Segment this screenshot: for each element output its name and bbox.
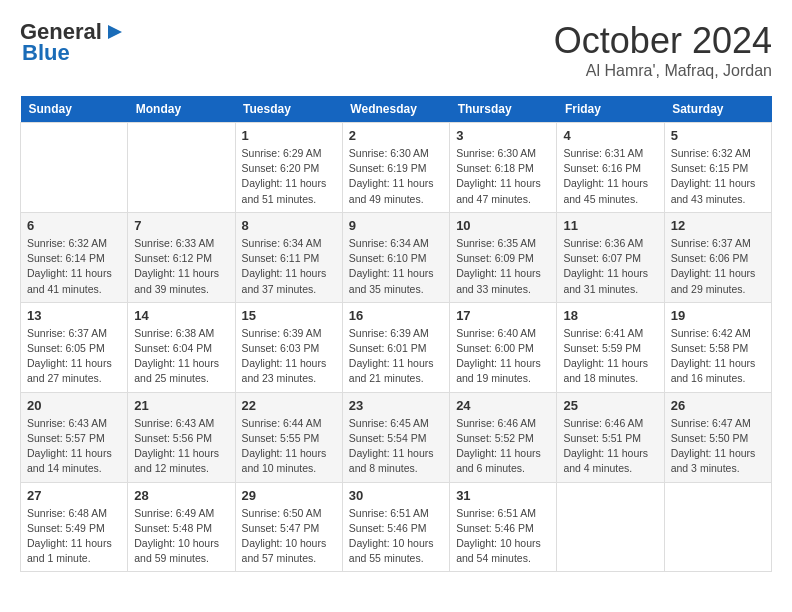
day-info: Sunrise: 6:31 AMSunset: 6:16 PMDaylight:… bbox=[563, 146, 657, 207]
day-info: Sunrise: 6:37 AMSunset: 6:05 PMDaylight:… bbox=[27, 326, 121, 387]
day-info: Sunrise: 6:39 AMSunset: 6:03 PMDaylight:… bbox=[242, 326, 336, 387]
table-row: 18Sunrise: 6:41 AMSunset: 5:59 PMDayligh… bbox=[557, 302, 664, 392]
day-number: 8 bbox=[242, 218, 336, 233]
table-row bbox=[21, 123, 128, 213]
day-number: 15 bbox=[242, 308, 336, 323]
day-info: Sunrise: 6:50 AMSunset: 5:47 PMDaylight:… bbox=[242, 506, 336, 567]
day-info: Sunrise: 6:47 AMSunset: 5:50 PMDaylight:… bbox=[671, 416, 765, 477]
day-number: 18 bbox=[563, 308, 657, 323]
day-info: Sunrise: 6:41 AMSunset: 5:59 PMDaylight:… bbox=[563, 326, 657, 387]
table-row: 11Sunrise: 6:36 AMSunset: 6:07 PMDayligh… bbox=[557, 212, 664, 302]
table-row: 17Sunrise: 6:40 AMSunset: 6:00 PMDayligh… bbox=[450, 302, 557, 392]
table-row: 30Sunrise: 6:51 AMSunset: 5:46 PMDayligh… bbox=[342, 482, 449, 572]
day-number: 31 bbox=[456, 488, 550, 503]
day-number: 11 bbox=[563, 218, 657, 233]
logo-arrow-icon bbox=[104, 21, 126, 43]
day-number: 28 bbox=[134, 488, 228, 503]
day-number: 14 bbox=[134, 308, 228, 323]
table-row: 5Sunrise: 6:32 AMSunset: 6:15 PMDaylight… bbox=[664, 123, 771, 213]
day-info: Sunrise: 6:38 AMSunset: 6:04 PMDaylight:… bbox=[134, 326, 228, 387]
day-info: Sunrise: 6:51 AMSunset: 5:46 PMDaylight:… bbox=[349, 506, 443, 567]
day-number: 27 bbox=[27, 488, 121, 503]
day-number: 19 bbox=[671, 308, 765, 323]
day-number: 24 bbox=[456, 398, 550, 413]
table-row: 2Sunrise: 6:30 AMSunset: 6:19 PMDaylight… bbox=[342, 123, 449, 213]
day-info: Sunrise: 6:30 AMSunset: 6:18 PMDaylight:… bbox=[456, 146, 550, 207]
logo: General Blue bbox=[20, 20, 126, 66]
day-number: 3 bbox=[456, 128, 550, 143]
calendar-table: Sunday Monday Tuesday Wednesday Thursday… bbox=[20, 96, 772, 572]
table-row: 23Sunrise: 6:45 AMSunset: 5:54 PMDayligh… bbox=[342, 392, 449, 482]
table-row bbox=[128, 123, 235, 213]
day-number: 21 bbox=[134, 398, 228, 413]
day-info: Sunrise: 6:44 AMSunset: 5:55 PMDaylight:… bbox=[242, 416, 336, 477]
header-sunday: Sunday bbox=[21, 96, 128, 123]
day-number: 26 bbox=[671, 398, 765, 413]
table-row bbox=[557, 482, 664, 572]
month-title: October 2024 bbox=[554, 20, 772, 62]
calendar-week-row: 6Sunrise: 6:32 AMSunset: 6:14 PMDaylight… bbox=[21, 212, 772, 302]
table-row: 12Sunrise: 6:37 AMSunset: 6:06 PMDayligh… bbox=[664, 212, 771, 302]
day-number: 22 bbox=[242, 398, 336, 413]
day-info: Sunrise: 6:30 AMSunset: 6:19 PMDaylight:… bbox=[349, 146, 443, 207]
day-number: 25 bbox=[563, 398, 657, 413]
header-friday: Friday bbox=[557, 96, 664, 123]
table-row: 29Sunrise: 6:50 AMSunset: 5:47 PMDayligh… bbox=[235, 482, 342, 572]
header-thursday: Thursday bbox=[450, 96, 557, 123]
calendar-week-row: 27Sunrise: 6:48 AMSunset: 5:49 PMDayligh… bbox=[21, 482, 772, 572]
logo-blue: Blue bbox=[20, 40, 70, 66]
header-monday: Monday bbox=[128, 96, 235, 123]
day-number: 29 bbox=[242, 488, 336, 503]
table-row: 24Sunrise: 6:46 AMSunset: 5:52 PMDayligh… bbox=[450, 392, 557, 482]
header-wednesday: Wednesday bbox=[342, 96, 449, 123]
day-number: 1 bbox=[242, 128, 336, 143]
day-info: Sunrise: 6:39 AMSunset: 6:01 PMDaylight:… bbox=[349, 326, 443, 387]
day-number: 23 bbox=[349, 398, 443, 413]
location-subtitle: Al Hamra', Mafraq, Jordan bbox=[554, 62, 772, 80]
table-row: 15Sunrise: 6:39 AMSunset: 6:03 PMDayligh… bbox=[235, 302, 342, 392]
day-number: 30 bbox=[349, 488, 443, 503]
calendar-header-row: Sunday Monday Tuesday Wednesday Thursday… bbox=[21, 96, 772, 123]
day-info: Sunrise: 6:37 AMSunset: 6:06 PMDaylight:… bbox=[671, 236, 765, 297]
day-info: Sunrise: 6:34 AMSunset: 6:10 PMDaylight:… bbox=[349, 236, 443, 297]
day-number: 4 bbox=[563, 128, 657, 143]
day-info: Sunrise: 6:43 AMSunset: 5:57 PMDaylight:… bbox=[27, 416, 121, 477]
table-row: 27Sunrise: 6:48 AMSunset: 5:49 PMDayligh… bbox=[21, 482, 128, 572]
table-row: 9Sunrise: 6:34 AMSunset: 6:10 PMDaylight… bbox=[342, 212, 449, 302]
day-info: Sunrise: 6:46 AMSunset: 5:52 PMDaylight:… bbox=[456, 416, 550, 477]
table-row: 21Sunrise: 6:43 AMSunset: 5:56 PMDayligh… bbox=[128, 392, 235, 482]
day-info: Sunrise: 6:49 AMSunset: 5:48 PMDaylight:… bbox=[134, 506, 228, 567]
day-number: 20 bbox=[27, 398, 121, 413]
calendar-week-row: 20Sunrise: 6:43 AMSunset: 5:57 PMDayligh… bbox=[21, 392, 772, 482]
day-info: Sunrise: 6:36 AMSunset: 6:07 PMDaylight:… bbox=[563, 236, 657, 297]
day-info: Sunrise: 6:34 AMSunset: 6:11 PMDaylight:… bbox=[242, 236, 336, 297]
day-number: 10 bbox=[456, 218, 550, 233]
day-number: 16 bbox=[349, 308, 443, 323]
table-row: 6Sunrise: 6:32 AMSunset: 6:14 PMDaylight… bbox=[21, 212, 128, 302]
table-row: 22Sunrise: 6:44 AMSunset: 5:55 PMDayligh… bbox=[235, 392, 342, 482]
table-row: 4Sunrise: 6:31 AMSunset: 6:16 PMDaylight… bbox=[557, 123, 664, 213]
calendar-week-row: 13Sunrise: 6:37 AMSunset: 6:05 PMDayligh… bbox=[21, 302, 772, 392]
table-row: 8Sunrise: 6:34 AMSunset: 6:11 PMDaylight… bbox=[235, 212, 342, 302]
day-number: 9 bbox=[349, 218, 443, 233]
page-header: General Blue October 2024 Al Hamra', Maf… bbox=[20, 20, 772, 80]
table-row: 1Sunrise: 6:29 AMSunset: 6:20 PMDaylight… bbox=[235, 123, 342, 213]
table-row: 20Sunrise: 6:43 AMSunset: 5:57 PMDayligh… bbox=[21, 392, 128, 482]
day-info: Sunrise: 6:45 AMSunset: 5:54 PMDaylight:… bbox=[349, 416, 443, 477]
svg-marker-0 bbox=[108, 25, 122, 39]
table-row: 31Sunrise: 6:51 AMSunset: 5:46 PMDayligh… bbox=[450, 482, 557, 572]
day-number: 6 bbox=[27, 218, 121, 233]
title-section: October 2024 Al Hamra', Mafraq, Jordan bbox=[554, 20, 772, 80]
day-info: Sunrise: 6:32 AMSunset: 6:14 PMDaylight:… bbox=[27, 236, 121, 297]
day-info: Sunrise: 6:42 AMSunset: 5:58 PMDaylight:… bbox=[671, 326, 765, 387]
header-saturday: Saturday bbox=[664, 96, 771, 123]
day-info: Sunrise: 6:32 AMSunset: 6:15 PMDaylight:… bbox=[671, 146, 765, 207]
day-info: Sunrise: 6:43 AMSunset: 5:56 PMDaylight:… bbox=[134, 416, 228, 477]
table-row: 13Sunrise: 6:37 AMSunset: 6:05 PMDayligh… bbox=[21, 302, 128, 392]
table-row: 19Sunrise: 6:42 AMSunset: 5:58 PMDayligh… bbox=[664, 302, 771, 392]
day-info: Sunrise: 6:48 AMSunset: 5:49 PMDaylight:… bbox=[27, 506, 121, 567]
day-number: 5 bbox=[671, 128, 765, 143]
table-row: 7Sunrise: 6:33 AMSunset: 6:12 PMDaylight… bbox=[128, 212, 235, 302]
day-number: 12 bbox=[671, 218, 765, 233]
day-info: Sunrise: 6:46 AMSunset: 5:51 PMDaylight:… bbox=[563, 416, 657, 477]
